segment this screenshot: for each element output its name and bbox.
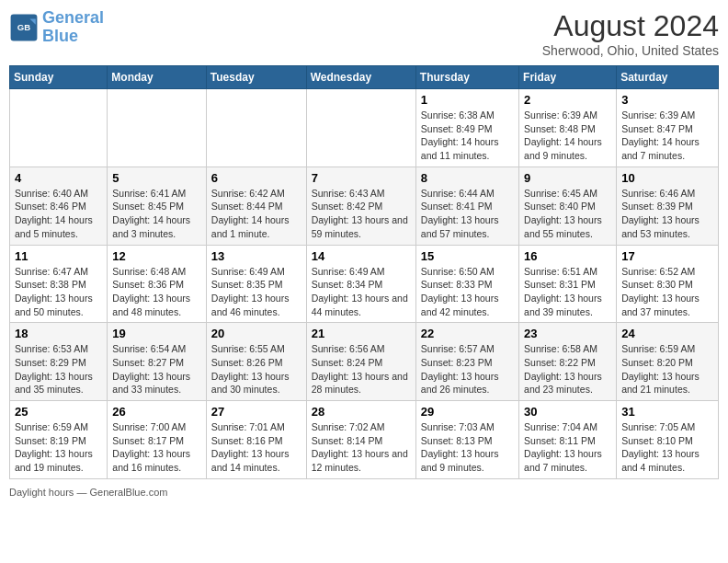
calendar-cell: 5Sunrise: 6:41 AMSunset: 8:45 PMDaylight…: [108, 167, 206, 245]
day-info: Sunrise: 6:56 AMSunset: 8:24 PMDaylight:…: [312, 342, 411, 396]
day-info: Sunrise: 6:59 AMSunset: 8:20 PMDaylight:…: [621, 342, 713, 396]
day-number: 28: [312, 405, 411, 419]
day-info: Sunrise: 6:39 AMSunset: 8:47 PMDaylight:…: [621, 109, 713, 163]
calendar-cell: 21Sunrise: 6:56 AMSunset: 8:24 PMDayligh…: [306, 323, 415, 401]
calendar-cell: [10, 89, 108, 167]
calendar-cell: 10Sunrise: 6:46 AMSunset: 8:39 PMDayligh…: [617, 167, 719, 245]
logo-text: General Blue: [42, 9, 104, 46]
day-number: 4: [15, 171, 102, 185]
calendar-cell: 13Sunrise: 6:49 AMSunset: 8:35 PMDayligh…: [206, 245, 306, 323]
day-info: Sunrise: 6:43 AMSunset: 8:42 PMDaylight:…: [312, 187, 411, 241]
day-info: Sunrise: 6:39 AMSunset: 8:48 PMDaylight:…: [524, 109, 611, 163]
calendar-cell: 22Sunrise: 6:57 AMSunset: 8:23 PMDayligh…: [415, 323, 518, 401]
calendar-table: SundayMondayTuesdayWednesdayThursdayFrid…: [9, 65, 719, 479]
calendar-cell: 6Sunrise: 6:42 AMSunset: 8:44 PMDaylight…: [206, 167, 306, 245]
day-number: 17: [621, 249, 713, 263]
week-row-3: 11Sunrise: 6:47 AMSunset: 8:38 PMDayligh…: [10, 245, 719, 323]
day-number: 11: [15, 249, 102, 263]
calendar-cell: 7Sunrise: 6:43 AMSunset: 8:42 PMDaylight…: [306, 167, 415, 245]
calendar-cell: 11Sunrise: 6:47 AMSunset: 8:38 PMDayligh…: [10, 245, 108, 323]
day-info: Sunrise: 7:04 AMSunset: 8:11 PMDaylight:…: [524, 420, 611, 475]
calendar-cell: 4Sunrise: 6:40 AMSunset: 8:46 PMDaylight…: [10, 167, 108, 245]
day-info: Sunrise: 6:49 AMSunset: 8:35 PMDaylight:…: [211, 265, 301, 319]
day-info: Sunrise: 7:05 AMSunset: 8:10 PMDaylight:…: [621, 420, 713, 475]
day-info: Sunrise: 6:59 AMSunset: 8:19 PMDaylight:…: [15, 420, 102, 475]
day-number: 31: [621, 405, 713, 419]
day-info: Sunrise: 6:47 AMSunset: 8:38 PMDaylight:…: [15, 265, 102, 319]
calendar-cell: 24Sunrise: 6:59 AMSunset: 8:20 PMDayligh…: [617, 323, 719, 401]
calendar-cell: [306, 89, 415, 167]
calendar-cell: 16Sunrise: 6:51 AMSunset: 8:31 PMDayligh…: [519, 245, 617, 323]
calendar-cell: [206, 89, 306, 167]
day-number: 5: [112, 171, 200, 185]
svg-text:GB: GB: [17, 22, 30, 32]
day-number: 15: [421, 249, 514, 263]
title-area: August 2024 Sherwood, Ohio, United State…: [542, 9, 719, 58]
logo-line1: General: [42, 8, 104, 27]
calendar-cell: 18Sunrise: 6:53 AMSunset: 8:29 PMDayligh…: [10, 323, 108, 401]
day-number: 30: [524, 405, 611, 419]
footer: Daylight hours — GeneralBlue.com: [9, 487, 719, 498]
footer-source: GeneralBlue.com: [89, 487, 167, 498]
day-number: 23: [524, 327, 611, 340]
calendar-cell: 17Sunrise: 6:52 AMSunset: 8:30 PMDayligh…: [617, 245, 719, 323]
header-row: SundayMondayTuesdayWednesdayThursdayFrid…: [10, 66, 719, 89]
day-number: 12: [112, 249, 200, 263]
calendar-cell: 3Sunrise: 6:39 AMSunset: 8:47 PMDaylight…: [617, 89, 719, 167]
day-number: 27: [211, 405, 301, 419]
week-row-1: 1Sunrise: 6:38 AMSunset: 8:49 PMDaylight…: [10, 89, 719, 167]
day-info: Sunrise: 6:58 AMSunset: 8:22 PMDaylight:…: [524, 342, 611, 396]
day-info: Sunrise: 6:42 AMSunset: 8:44 PMDaylight:…: [211, 187, 301, 241]
day-info: Sunrise: 6:57 AMSunset: 8:23 PMDaylight:…: [421, 342, 514, 396]
calendar-cell: 9Sunrise: 6:45 AMSunset: 8:40 PMDaylight…: [519, 167, 617, 245]
day-number: 19: [112, 327, 200, 340]
logo: GB General Blue: [9, 9, 104, 46]
week-row-2: 4Sunrise: 6:40 AMSunset: 8:46 PMDaylight…: [10, 167, 719, 245]
logo-icon: GB: [9, 13, 39, 42]
day-info: Sunrise: 6:48 AMSunset: 8:36 PMDaylight:…: [112, 265, 200, 319]
day-info: Sunrise: 6:52 AMSunset: 8:30 PMDaylight:…: [621, 265, 713, 319]
day-info: Sunrise: 6:46 AMSunset: 8:39 PMDaylight:…: [621, 187, 713, 241]
calendar-cell: 19Sunrise: 6:54 AMSunset: 8:27 PMDayligh…: [108, 323, 206, 401]
day-number: 22: [421, 327, 514, 340]
day-number: 21: [312, 327, 411, 340]
week-row-5: 25Sunrise: 6:59 AMSunset: 8:19 PMDayligh…: [10, 401, 719, 479]
logo-line2: Blue: [42, 27, 78, 45]
day-info: Sunrise: 6:41 AMSunset: 8:45 PMDaylight:…: [112, 187, 200, 241]
day-info: Sunrise: 6:44 AMSunset: 8:41 PMDaylight:…: [421, 187, 514, 241]
day-info: Sunrise: 6:50 AMSunset: 8:33 PMDaylight:…: [421, 265, 514, 319]
day-header-thursday: Thursday: [415, 66, 518, 89]
day-header-sunday: Sunday: [10, 66, 108, 89]
day-info: Sunrise: 7:01 AMSunset: 8:16 PMDaylight:…: [211, 420, 301, 475]
day-number: 3: [621, 93, 713, 107]
main-title: August 2024: [542, 9, 719, 43]
day-info: Sunrise: 6:45 AMSunset: 8:40 PMDaylight:…: [524, 187, 611, 241]
day-info: Sunrise: 6:55 AMSunset: 8:26 PMDaylight:…: [211, 342, 301, 396]
calendar-cell: 28Sunrise: 7:02 AMSunset: 8:14 PMDayligh…: [306, 401, 415, 479]
day-info: Sunrise: 7:03 AMSunset: 8:13 PMDaylight:…: [421, 420, 514, 475]
day-number: 13: [211, 249, 301, 263]
calendar-cell: 8Sunrise: 6:44 AMSunset: 8:41 PMDaylight…: [415, 167, 518, 245]
day-number: 7: [312, 171, 411, 185]
day-number: 10: [621, 171, 713, 185]
day-info: Sunrise: 6:40 AMSunset: 8:46 PMDaylight:…: [15, 187, 102, 241]
day-number: 20: [211, 327, 301, 340]
day-header-friday: Friday: [519, 66, 617, 89]
day-number: 25: [15, 405, 102, 419]
calendar-cell: 20Sunrise: 6:55 AMSunset: 8:26 PMDayligh…: [206, 323, 306, 401]
calendar-cell: 31Sunrise: 7:05 AMSunset: 8:10 PMDayligh…: [617, 401, 719, 479]
day-info: Sunrise: 6:38 AMSunset: 8:49 PMDaylight:…: [421, 109, 514, 163]
day-header-wednesday: Wednesday: [306, 66, 415, 89]
calendar-cell: 23Sunrise: 6:58 AMSunset: 8:22 PMDayligh…: [519, 323, 617, 401]
day-header-saturday: Saturday: [617, 66, 719, 89]
calendar-cell: 12Sunrise: 6:48 AMSunset: 8:36 PMDayligh…: [108, 245, 206, 323]
day-number: 24: [621, 327, 713, 340]
day-header-monday: Monday: [108, 66, 206, 89]
day-info: Sunrise: 6:51 AMSunset: 8:31 PMDaylight:…: [524, 265, 611, 319]
calendar-cell: 15Sunrise: 6:50 AMSunset: 8:33 PMDayligh…: [415, 245, 518, 323]
day-number: 26: [112, 405, 200, 419]
day-number: 14: [312, 249, 411, 263]
calendar-cell: 27Sunrise: 7:01 AMSunset: 8:16 PMDayligh…: [206, 401, 306, 479]
calendar-cell: 30Sunrise: 7:04 AMSunset: 8:11 PMDayligh…: [519, 401, 617, 479]
footer-label: Daylight hours: [9, 487, 74, 498]
